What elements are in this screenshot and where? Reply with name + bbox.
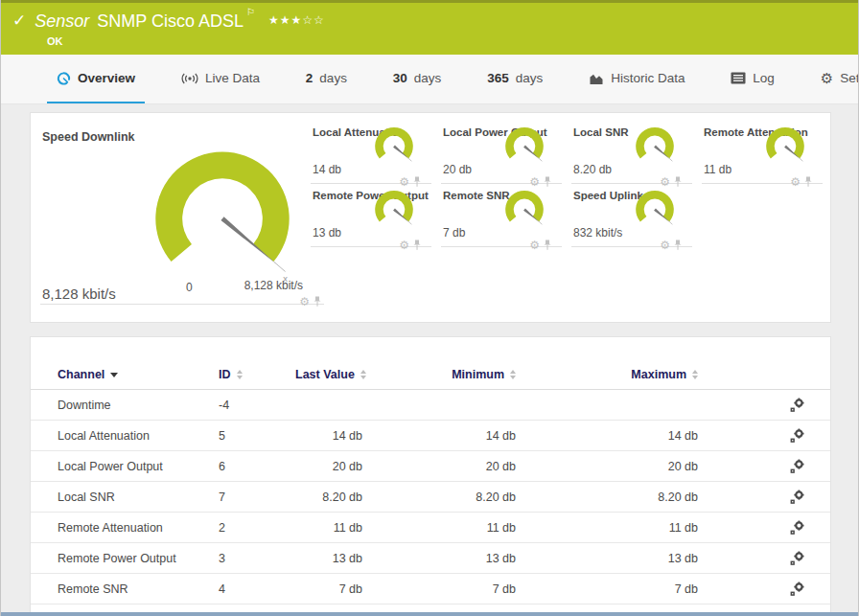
- channel-gauge-remote-attenuation: Remote Attenuation 11 db ⚙: [702, 121, 823, 184]
- channel-id: 7: [219, 482, 295, 513]
- channel-id: 3: [219, 543, 295, 574]
- tab-overview[interactable]: Overview: [47, 55, 145, 104]
- minimum-value: 7 db: [447, 574, 612, 605]
- table-row: Downtime -4: [31, 390, 830, 421]
- pin-icon[interactable]: [313, 296, 322, 308]
- channel-settings-gears-icon[interactable]: [789, 519, 805, 536]
- maximum-value: 8.20 db: [612, 482, 763, 513]
- tab-30-days[interactable]: 30days: [383, 55, 452, 104]
- gauge-chart: [759, 125, 811, 171]
- gauge-chart: [629, 189, 681, 234]
- sensor-type-label: Sensor: [35, 11, 89, 32]
- log-icon: [731, 72, 746, 84]
- channel-settings-gears-icon[interactable]: [789, 397, 805, 413]
- live-icon: [181, 73, 198, 84]
- channel-settings-gears-icon[interactable]: [789, 458, 805, 474]
- column-header-channel[interactable]: Channel: [31, 362, 219, 390]
- tab-2-days[interactable]: 2days: [296, 55, 357, 104]
- minimum-value: 14 db: [447, 421, 612, 451]
- gauge-value: 13 db: [313, 226, 341, 240]
- last-value: 14 db: [295, 421, 447, 451]
- gauge-value: 11 db: [704, 163, 731, 176]
- channel-gauge-local-power-output: Local Power Output 20 db ⚙: [441, 121, 562, 184]
- gauge-min-label: 0: [186, 281, 193, 294]
- tab-bar: Overview Live Data 2days 30days 365days: [1, 55, 858, 104]
- gauge-value: 20 db: [443, 163, 472, 176]
- column-header-id[interactable]: ID: [219, 362, 295, 390]
- gear-icon[interactable]: ⚙: [790, 176, 801, 188]
- column-header-minimum[interactable]: Minimum: [447, 362, 612, 390]
- tab-log[interactable]: Log: [721, 55, 784, 104]
- minimum-value: 20 db: [447, 451, 612, 482]
- gauge-title: Speed Downlink: [42, 130, 135, 144]
- tab-live-data[interactable]: Live Data: [172, 55, 269, 104]
- channel-id: -4: [219, 390, 295, 421]
- channel-name: Local Power Output: [31, 451, 219, 482]
- column-header-last-value[interactable]: Last Value: [295, 362, 447, 390]
- gauge-chart: [499, 125, 550, 171]
- maximum-value: 20 db: [612, 451, 763, 482]
- table-row: Local Attenuation 5 14 db 14 db 14 db: [31, 421, 830, 451]
- table-row: Remote Power Output 3 13 db 13 db 13 db: [31, 543, 830, 574]
- gauge-max-label: 8,128 kbit/s: [244, 279, 303, 292]
- status-ok-check-icon: ✓: [12, 11, 26, 32]
- tab-historic-data[interactable]: Historic Data: [579, 55, 694, 104]
- gear-icon: ⚙: [821, 71, 833, 85]
- pin-icon[interactable]: [543, 240, 552, 251]
- column-header-maximum[interactable]: Maximum: [612, 362, 763, 390]
- maximum-value: [612, 390, 763, 421]
- gauge-chart: [368, 189, 420, 234]
- gauge-value: 832 kbit/s: [573, 226, 622, 240]
- priority-stars[interactable]: ★★★☆☆: [268, 11, 325, 30]
- area-chart-icon: [589, 72, 604, 85]
- table-row: Remote SNR 4 7 db 7 db 7 db: [31, 574, 830, 605]
- channel-gauge-local-snr: Local SNR 8.20 db ⚙: [571, 121, 692, 184]
- gauge-icon: [57, 71, 71, 85]
- maximum-value: 14 db: [612, 421, 763, 451]
- channel-gauge-speed-uplink: Speed Uplink 832 kbit/s ⚙: [571, 184, 692, 247]
- channel-name: Remote Attenuation: [31, 513, 219, 543]
- gear-icon[interactable]: ⚙: [299, 296, 310, 308]
- last-value: [295, 390, 447, 421]
- gauge-title: Local SNR: [573, 126, 629, 138]
- status-badge: OK: [47, 35, 858, 47]
- minimum-value: 13 db: [447, 543, 612, 574]
- gauge-value: 14 db: [313, 163, 341, 176]
- channel-id: 4: [219, 574, 295, 605]
- gear-icon[interactable]: ⚙: [529, 240, 540, 251]
- channels-table: Channel ID Last Value Minimum Maximum Do…: [31, 362, 830, 616]
- gauges-panel: Speed Downlink x 0 8,128 kbit/s 8,128 kb…: [30, 112, 831, 323]
- channel-gauge-remote-power-output: Remote Power Output 13 db ⚙: [311, 184, 431, 247]
- minimum-value: 8.20 db: [447, 482, 612, 513]
- gauge-chart: [368, 125, 420, 171]
- last-value: 11 db: [295, 513, 447, 543]
- channel-gauge-local-attenuation: Local Attenuation 14 db ⚙: [311, 121, 431, 184]
- channel-settings-gears-icon[interactable]: [789, 427, 805, 444]
- channel-id: 6: [219, 451, 295, 482]
- mini-gauges-grid: Local Attenuation 14 db ⚙ Local Power Ou…: [311, 121, 823, 247]
- channel-name: Local Attenuation: [31, 421, 219, 451]
- pin-icon[interactable]: [412, 240, 422, 251]
- channel-name: Downtime: [31, 390, 219, 421]
- channel-settings-gears-icon[interactable]: [789, 489, 805, 505]
- tab-365-days[interactable]: 365days: [477, 55, 552, 104]
- flag-icon[interactable]: ⚐: [246, 7, 255, 17]
- tab-settings[interactable]: ⚙ Settings: [811, 55, 858, 104]
- pin-icon[interactable]: [673, 240, 683, 251]
- gear-icon[interactable]: ⚙: [399, 240, 409, 251]
- gauge-value: 8,128 kbit/s: [42, 285, 116, 302]
- channel-name: Remote Power Output: [31, 543, 219, 574]
- sensor-header: ✓ Sensor SNMP Cisco ADSL ⚐ ★★★☆☆ OK: [1, 0, 858, 55]
- maximum-value: 13 db: [612, 543, 763, 574]
- channel-settings-gears-icon[interactable]: [789, 581, 805, 597]
- table-row: Local SNR 7 8.20 db 8.20 db 8.20 db: [31, 482, 830, 513]
- sort-icon: [360, 370, 366, 379]
- gauge-value: 7 db: [443, 226, 465, 240]
- minimum-value: [447, 390, 612, 421]
- channel-settings-gears-icon[interactable]: [789, 550, 805, 566]
- gauge-chart: x: [128, 146, 316, 297]
- gauge-chart: [629, 125, 681, 171]
- page-title: SNMP Cisco ADSL: [97, 11, 244, 32]
- gear-icon[interactable]: ⚙: [660, 240, 670, 251]
- pin-icon[interactable]: [803, 176, 813, 188]
